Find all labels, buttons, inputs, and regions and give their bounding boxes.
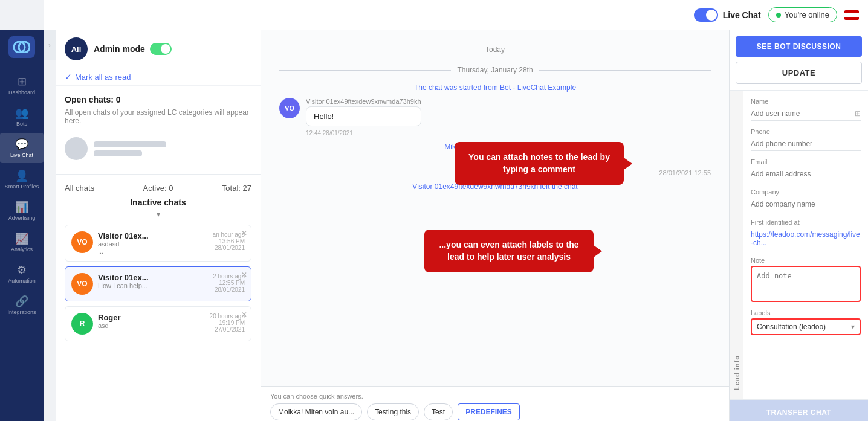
admin-mode-bar: Admin mode <box>94 43 251 55</box>
sidebar-item-advertising[interactable]: 📊 Advertising <box>0 196 44 226</box>
name-icon: ⊞ <box>855 109 861 118</box>
sidebar-item-label: Smart Profiles <box>5 184 39 190</box>
chat-preview: asd <box>98 322 210 329</box>
admin-mode-toggle[interactable] <box>150 43 172 55</box>
message-bubble: Hello! <box>306 106 421 126</box>
online-status-label: You're online <box>785 10 829 19</box>
sidebar-item-integrations[interactable]: 🔗 Integrations <box>0 290 44 320</box>
date-full-divider: Thursday, January 28th <box>279 66 711 74</box>
chat-info: Visitor 01ex... asdasd ... <box>98 231 213 255</box>
visitor-info: Visitor 01ex49ftexdew9xnwmda73h9kh Hello… <box>306 98 421 137</box>
quick-answers-bar: Moikka! Miten voin au... Testing this Te… <box>270 403 720 420</box>
sidebar-item-dashboard[interactable]: ⊞ Dashboard <box>0 70 44 100</box>
chevron-down-icon: ▾ <box>851 323 855 331</box>
close-chat-button[interactable]: ✕ <box>241 229 247 237</box>
system-message: The chat was started from Bot - LiveChat… <box>279 83 711 92</box>
chat-time: 12:55 PM <box>213 280 245 286</box>
live-chat-label: Live Chat <box>723 10 761 20</box>
sidebar-item-label: Analytics <box>11 246 33 252</box>
chat-preview: asdasd <box>98 240 213 248</box>
chat-avatar: VO <box>71 273 93 295</box>
chat-input-area: You can choose quick answers. Moikka! Mi… <box>261 386 729 421</box>
email-input[interactable] <box>751 167 861 181</box>
predefines-button[interactable]: PREDEFINES <box>458 403 520 420</box>
labels-value: Consultation (leadoo) <box>757 323 826 331</box>
collapse-button[interactable]: › <box>44 30 56 60</box>
all-chats-label: All chats <box>65 184 94 193</box>
sidebar-item-automation[interactable]: ⚙ Automation <box>0 259 44 289</box>
lead-info-fields: Name ⊞ Phone Email Company <box>743 91 868 399</box>
note-input[interactable] <box>751 266 861 302</box>
lead-info-tab: Lead info <box>730 91 743 399</box>
quick-answer-btn-2[interactable]: Testing this <box>367 403 419 420</box>
first-identified-field-group: First identified at https://leadoo.com/m… <box>751 219 861 249</box>
quick-answer-btn-1[interactable]: Moikka! Miten voin au... <box>270 403 362 420</box>
labels-select[interactable]: Consultation (leadoo) ▾ <box>751 318 861 335</box>
chat-item[interactable]: VO Visitor 01ex... How I can help... 2 h… <box>65 266 251 301</box>
online-dot <box>776 13 781 18</box>
mark-all-read-label: Mark all as read <box>75 72 131 82</box>
visitor-avatar: VO <box>279 98 300 118</box>
tooltip-labels: ...you can even attach labels to the lea… <box>424 230 594 272</box>
see-bot-discussion-button[interactable]: SEE BOT DISCUSSION <box>736 36 862 57</box>
open-chats-section: Open chats: 0 All open chats of your ass… <box>56 86 261 175</box>
close-chat-button[interactable]: ✕ <box>241 310 247 319</box>
chat-item[interactable]: R Roger asd 20 hours ago 19:19 PM 27/01/… <box>65 306 251 341</box>
name-field-group: Name ⊞ <box>751 98 861 121</box>
all-chats-header: All chats Active: 0 Total: 27 <box>65 184 251 193</box>
language-flag[interactable] <box>844 10 859 20</box>
update-button[interactable]: UPDATE <box>736 62 862 84</box>
sidebar-item-label: Dashboard <box>8 89 35 95</box>
ghost-placeholder <box>65 132 251 165</box>
app-logo[interactable] <box>8 36 35 58</box>
open-chats-desc: All open chats of your assigned LC categ… <box>65 108 251 125</box>
live-chat-toggle[interactable]: Live Chat <box>694 8 761 22</box>
close-chat-button[interactable]: ✕ <box>241 271 247 279</box>
ghost-lines <box>94 141 166 156</box>
note-field-group: Note <box>751 257 861 302</box>
transfer-chat-button[interactable]: TRANSFER CHAT <box>730 400 868 421</box>
company-input[interactable] <box>751 198 861 211</box>
labels-label: Labels <box>751 309 861 317</box>
chat-time-ago: 20 hours ago <box>210 313 245 320</box>
chat-item[interactable]: VO Visitor 01ex... asdasd ... an hour ag… <box>65 225 251 262</box>
date-full: Thursday, January 28th <box>457 66 533 74</box>
collapse-arrow[interactable]: ▾ <box>65 210 251 219</box>
admin-mode-label: Admin mode <box>94 44 145 54</box>
chat-main: Today Thursday, January 28th The chat wa… <box>261 30 729 421</box>
mark-all-read-button[interactable]: ✓ Mark all as read <box>56 68 261 86</box>
chat-date: 28/01/2021 <box>213 245 245 251</box>
name-input[interactable] <box>751 107 855 120</box>
system-msg-text: The chat was started from Bot - LiveChat… <box>414 83 576 92</box>
sidebar-item-bots[interactable]: 👥 Bots <box>0 101 44 132</box>
ghost-line <box>94 141 166 147</box>
tooltip-labels-text: ...you can even attach labels to the lea… <box>439 240 578 262</box>
chat-name: Visitor 01ex... <box>98 231 213 240</box>
all-chats-section: All chats Active: 0 Total: 27 Inactive c… <box>56 175 261 355</box>
sidebar-nav: ⊞ Dashboard 👥 Bots 💬 Live Chat 👤 Smart P… <box>0 30 44 421</box>
phone-label: Phone <box>751 128 861 135</box>
name-label: Name <box>751 98 861 105</box>
sidebar-item-livechat[interactable]: 💬 Live Chat <box>0 133 44 163</box>
sidebar-item-settings[interactable]: ⚙ Settings <box>0 414 44 421</box>
first-identified-value: https://leadoo.com/messaging/live-ch... <box>751 228 861 249</box>
integrations-icon: 🔗 <box>15 295 28 308</box>
sidebar-item-analytics[interactable]: 📈 Analytics <box>0 227 44 257</box>
online-status-badge[interactable]: You're online <box>768 7 837 22</box>
chat-info: Visitor 01ex... How I can help... <box>98 273 213 289</box>
chat-list-header: All Admin mode <box>56 30 261 68</box>
sidebar-item-smart-profiles[interactable]: 👤 Smart Profiles <box>0 164 44 194</box>
chat-time-ago: 2 hours ago <box>213 273 245 280</box>
chat-time: 19:19 PM <box>210 320 245 326</box>
chat-date: 27/01/2021 <box>210 326 245 333</box>
live-chat-toggle-switch[interactable] <box>694 8 718 22</box>
quick-answer-btn-3[interactable]: Test <box>424 403 453 420</box>
phone-field-group: Phone <box>751 128 861 151</box>
all-badge[interactable]: All <box>65 37 88 60</box>
chat-name: Roger <box>98 313 210 322</box>
first-identified-label: First identified at <box>751 219 861 226</box>
dashboard-icon: ⊞ <box>18 75 27 88</box>
chat-preview: How I can help... <box>98 282 213 289</box>
phone-input[interactable] <box>751 137 861 151</box>
ghost-line <box>94 150 142 156</box>
